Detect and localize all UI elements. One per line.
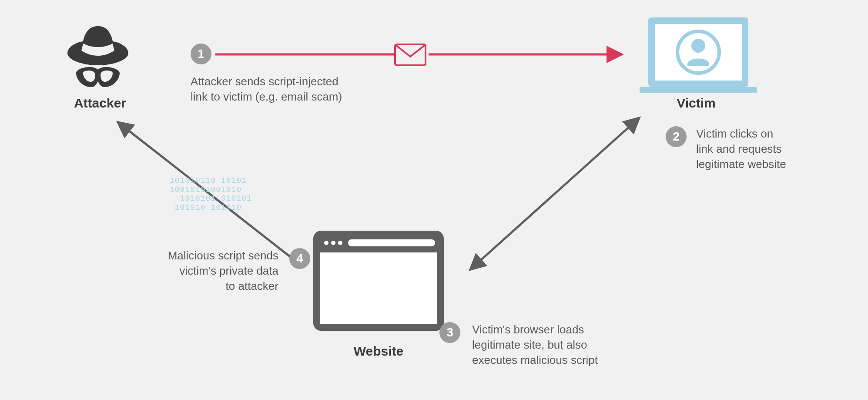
svg-rect-11 <box>395 44 426 65</box>
svg-point-4 <box>691 39 705 53</box>
victim-icon <box>640 17 757 93</box>
svg-rect-0 <box>648 17 748 87</box>
victim-label: Victim <box>648 96 744 111</box>
svg-point-8 <box>331 241 335 245</box>
website-label: Website <box>335 344 422 359</box>
svg-rect-6 <box>320 252 437 324</box>
step3-badge: 3 <box>439 322 460 343</box>
svg-point-7 <box>324 241 328 245</box>
website-icon <box>313 231 444 331</box>
step1-text: Attacker sends script-injectedlink to vi… <box>191 74 391 104</box>
step2-badge: 2 <box>666 126 687 147</box>
svg-point-3 <box>677 31 719 73</box>
step1-badge: 1 <box>191 44 211 64</box>
step4-text: Malicious script sendsvictim's private d… <box>131 248 278 294</box>
step2-text: Victim clicks onlink and requestslegitim… <box>696 126 809 172</box>
diagram-canvas: Attacker Victim Website 1 Attacker sends… <box>0 0 868 400</box>
svg-rect-2 <box>640 87 757 93</box>
svg-rect-10 <box>348 239 435 246</box>
attacker-icon <box>67 26 128 87</box>
step3-text: Victim's browser loadslegitimate site, b… <box>472 322 629 368</box>
binary-decor: 101010110 1010110010101001010 1010101 01… <box>170 176 252 212</box>
svg-rect-1 <box>655 24 742 81</box>
attacker-label: Attacker <box>52 96 148 111</box>
envelope-icon <box>395 44 426 65</box>
step4-badge: 4 <box>289 248 310 269</box>
svg-rect-5 <box>313 231 444 331</box>
svg-point-9 <box>338 241 342 245</box>
arrow-step2 <box>470 118 640 270</box>
svg-layer <box>0 0 868 400</box>
